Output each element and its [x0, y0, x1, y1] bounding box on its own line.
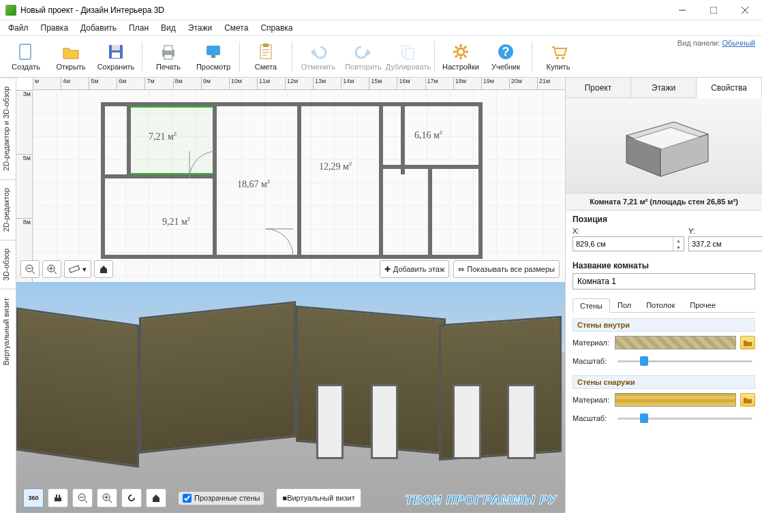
zoom-out-3d-button[interactable] — [72, 488, 93, 507]
buy-button[interactable]: Купить — [536, 37, 580, 76]
window-title: Новый проект - Дизайн Интерьера 3D — [20, 5, 667, 15]
position-input[interactable] — [573, 237, 673, 251]
watermark: ТВОИ ПРОГРАММЫ РУ — [405, 493, 557, 507]
main-toolbar: СоздатьОткрытьСохранитьПечатьПросмотрСме… — [0, 35, 762, 78]
menu-item[interactable]: Справка — [255, 22, 298, 35]
toolbar-label: Печать — [156, 63, 181, 71]
menu-bar: ФайлПравкаДобавитьПланВидЭтажиСметаСправ… — [0, 20, 762, 35]
virtual-visit-button[interactable]: ■ Виртуальный визит — [276, 488, 361, 507]
settings-button[interactable]: Настройки — [439, 37, 483, 76]
wall-3d — [139, 301, 296, 454]
menu-item[interactable]: Вид — [155, 22, 181, 35]
disk-icon — [106, 42, 125, 61]
position-label: X: — [573, 227, 684, 235]
window-maximize-button[interactable] — [698, 0, 729, 20]
window-minimize-button[interactable] — [667, 0, 698, 20]
wall[interactable] — [213, 106, 217, 255]
material-swatch-inside[interactable] — [615, 336, 736, 349]
spin-up[interactable]: ▲ — [673, 237, 684, 244]
right-tabs: ПроектЭтажиСвойства — [566, 78, 762, 98]
reset-view-button[interactable] — [121, 488, 142, 507]
material-swatch-outside[interactable] — [615, 393, 736, 407]
menu-item[interactable]: Файл — [3, 22, 34, 35]
save-button[interactable]: Сохранить — [94, 37, 138, 76]
position-spinner[interactable]: ▲▼ — [688, 236, 762, 251]
svg-rect-4 — [112, 52, 120, 58]
properties-panel: ПроектЭтажиСвойства Комната 7,21 м² (пло… — [566, 78, 762, 513]
toolbar-separator — [239, 42, 240, 72]
browse-material-button[interactable] — [740, 393, 755, 407]
toolbar-label: Просмотр — [196, 63, 230, 71]
left-tab[interactable]: 2D-редактор и 3D-обзор — [0, 78, 16, 179]
svg-point-14 — [457, 48, 464, 55]
wall[interactable] — [401, 106, 405, 174]
right-tab[interactable]: Проект — [566, 78, 631, 97]
dup-button: Дублировать — [386, 37, 430, 76]
subtab[interactable]: Прочее — [682, 298, 723, 312]
svg-point-18 — [562, 57, 564, 59]
app-icon — [5, 5, 16, 16]
menu-item[interactable]: Правка — [35, 22, 74, 35]
ruler-horizontal: м4м5м6м7м8м9м10м11м12м13м14м15м16м17м18м… — [33, 78, 565, 90]
menu-item[interactable]: Этажи — [183, 22, 217, 35]
home-3d-button[interactable] — [146, 488, 166, 507]
subtab[interactable]: Стены — [573, 298, 610, 313]
transparent-walls-input[interactable] — [183, 494, 192, 503]
show-dimensions-button[interactable]: ⇔ Показывать все размеры — [453, 260, 560, 278]
floorplan-canvas[interactable]: 7,21 м218,67 м212,29 м26,16 м29,21 м2 — [33, 90, 565, 282]
browse-material-button[interactable] — [740, 336, 755, 349]
open-button[interactable]: Открыть — [49, 37, 93, 76]
print-button[interactable]: Печать — [147, 37, 190, 76]
zoom-in-button[interactable] — [42, 260, 61, 278]
window-close-button[interactable] — [729, 0, 761, 20]
left-tab[interactable]: Виртуальный визит — [0, 289, 16, 374]
room-preview — [566, 98, 762, 193]
scale-slider-inside[interactable] — [615, 355, 755, 367]
left-tab[interactable]: 2D-редактор — [0, 179, 16, 240]
spin-down[interactable]: ▼ — [673, 244, 684, 251]
pan-button[interactable] — [48, 488, 68, 507]
left-tab[interactable]: 3D-обзор — [0, 240, 16, 289]
room-area-label: 18,67 м2 — [237, 178, 270, 190]
menu-item[interactable]: Добавить — [75, 22, 122, 35]
scale-label: Масштаб: — [573, 357, 611, 365]
room-name-input[interactable] — [573, 273, 755, 290]
transparent-walls-label: Прозрачные стены — [194, 494, 260, 502]
material-label: Материал: — [573, 396, 611, 404]
file-new-icon — [16, 42, 35, 61]
preview-button[interactable]: Просмотр — [192, 37, 235, 76]
wall[interactable] — [297, 106, 301, 255]
wall[interactable] — [127, 106, 131, 174]
door-3d — [371, 384, 398, 459]
home-view-button[interactable] — [94, 260, 113, 278]
position-input[interactable] — [689, 237, 762, 251]
transparent-walls-checkbox[interactable]: Прозрачные стены — [179, 492, 264, 505]
wall[interactable] — [379, 106, 383, 255]
menu-item[interactable]: Смета — [219, 22, 254, 35]
subtab[interactable]: Пол — [610, 298, 639, 312]
plan-commands: ✚ Добавить этаж ⇔ Показывать все размеры — [380, 260, 560, 278]
floorplan-view[interactable]: м4м5м6м7м8м9м10м11м12м13м14м15м16м17м18м… — [16, 78, 565, 282]
orbit-360-button[interactable]: 360 — [23, 488, 44, 507]
create-button[interactable]: Создать — [4, 37, 48, 76]
clipboard-icon — [256, 42, 275, 61]
wall[interactable] — [428, 165, 432, 255]
svg-point-17 — [556, 57, 559, 59]
toolbar-separator — [532, 42, 532, 72]
position-spinner[interactable]: ▲▼ — [573, 236, 684, 251]
add-floor-button[interactable]: ✚ Добавить этаж — [380, 260, 449, 278]
right-tab[interactable]: Свойства — [697, 78, 762, 98]
tutorial-button[interactable]: ?Учебник — [484, 37, 528, 76]
subtab[interactable]: Потолок — [639, 298, 682, 312]
measure-tool-button[interactable]: ▾ — [64, 260, 91, 278]
add-floor-label: Добавить этаж — [393, 265, 444, 273]
panel-mode-link[interactable]: Обычный — [722, 39, 755, 47]
menu-item[interactable]: План — [123, 22, 154, 35]
add-floor-icon: ✚ — [384, 265, 391, 274]
zoom-in-3d-button[interactable] — [97, 488, 117, 507]
view-3d[interactable]: 360 Прозрачные стены ■ Виртуальный визит… — [16, 282, 565, 513]
right-tab[interactable]: Этажи — [631, 78, 697, 97]
scale-slider-outside[interactable] — [615, 412, 755, 424]
zoom-out-button[interactable] — [20, 260, 40, 278]
estimate-button[interactable]: Смета — [244, 37, 288, 76]
